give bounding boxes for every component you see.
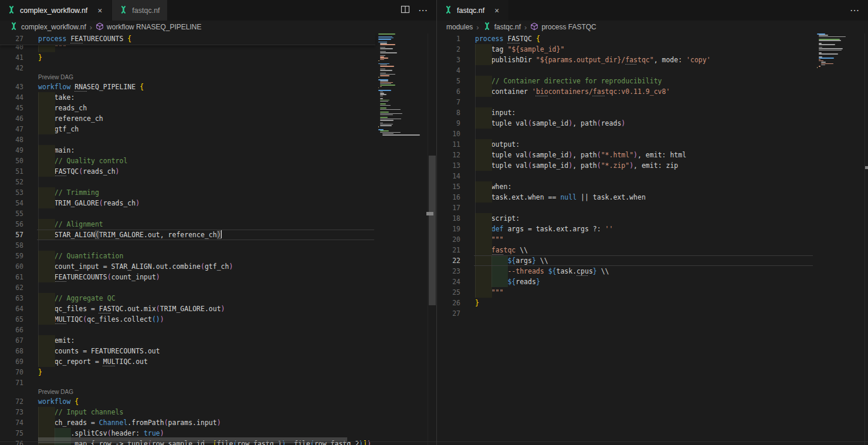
code-line[interactable]: 20 """ [437,234,814,245]
line-number: 17 [437,203,460,213]
code-line[interactable]: 46 reference_ch [0,113,375,124]
code-line[interactable]: 7 [437,97,814,107]
code-line[interactable]: 67 emit: [0,335,375,346]
code-line[interactable]: 50 // Quality control [0,156,375,166]
code-line[interactable]: 2 tag "${sample_id}" [437,44,814,55]
split-editor-icon[interactable] [401,5,410,16]
breadcrumb-item[interactable]: workflow RNASEQ_PIPELINE [107,23,201,31]
more-actions-icon[interactable]: ⋯ [418,5,428,16]
code-line[interactable]: 63 // Aggregate QC [0,293,375,304]
code-line[interactable]: 27 [437,308,814,319]
tab-complex_workflow.nf[interactable]: complex_workflow.nf✕ [0,0,112,21]
more-actions-icon[interactable]: ⋯ [850,5,860,16]
editor-right[interactable]: 1process FASTQC {2 tag "${sample_id}"3 p… [437,33,868,445]
code-line[interactable]: 71 [0,377,375,388]
codelens-preview-dag[interactable]: Preview DAG [0,388,375,396]
scrollbar-thumb[interactable] [429,156,436,305]
scrollbar-handle-notch[interactable] [865,166,868,169]
code-line[interactable]: 47 gtf_ch [0,124,375,134]
code-line[interactable]: 55 [0,208,375,219]
code-line[interactable]: 11 output: [437,139,814,150]
code-line[interactable]: 70} [0,367,375,377]
breadcrumb-item[interactable]: process FASTQC [541,23,596,31]
tab-close-icon[interactable]: ✕ [492,6,501,15]
code-line[interactable]: 21 fastqc \\ [437,245,814,255]
code-area-right[interactable]: 1process FASTQC {2 tag "${sample_id}"3 p… [437,33,814,319]
code-line[interactable]: 73 // Input channels [0,407,375,417]
code-line[interactable]: 54 TRIM_GALORE(reads_ch) [0,198,375,208]
code-line[interactable]: 1process FASTQC { [437,33,814,44]
code-line[interactable]: 17 [437,203,814,213]
code-line[interactable]: 62 [0,282,375,293]
code-line[interactable]: 27process FEATURECOUNTS { [0,33,375,44]
code-area-left[interactable]: 40 """41}42Preview DAG43workflow RNASEQ_… [0,33,375,445]
minimap-line [378,60,379,62]
code-line[interactable]: 65 MULTIQC(qc_files.collect()) [0,314,375,325]
minimap-line [380,51,385,52]
code-line[interactable]: 61 FEATURECOUNTS(count_input) [0,272,375,282]
line-number: 59 [0,251,23,261]
code-line[interactable]: 19 def args = task.ext.args ?: '' [437,224,814,234]
nextflow-icon [7,5,16,16]
code-line[interactable]: 4 [437,65,814,76]
tab-fastqc.nf[interactable]: fastqc.nf✕ [437,0,509,21]
vertical-scrollbar-left[interactable] [428,33,436,445]
sticky-scroll-header[interactable]: 27process FEATURECOUNTS { [0,33,375,45]
editor-left[interactable]: 40 """41}42Preview DAG43workflow RNASEQ_… [0,33,436,445]
line-number: 52 [0,177,23,187]
code-line[interactable]: 59 // Quantification [0,251,375,261]
scrollbar-handle-notch[interactable] [426,212,433,215]
minimap-line [378,33,395,35]
minimap-line [380,119,401,120]
code-line[interactable]: 3 publishDir "${params.output_dir}/fastq… [437,55,814,65]
code-line[interactable]: 58 [0,240,375,251]
breadcrumb-item[interactable]: complex_workflow.nf [21,23,86,31]
code-line[interactable]: 41} [0,52,375,63]
tab-close-icon[interactable]: ✕ [95,6,104,15]
code-line[interactable]: 53 // Trimming [0,187,375,198]
code-line[interactable]: 69 qc_report = MULTIQC.out [0,356,375,367]
tab-fastqc.nf[interactable]: fastqc.nf [112,0,167,21]
minimap-right[interactable] [817,33,856,70]
code-line[interactable]: 64 qc_files = FASTQC.out.mix(TRIM_GALORE… [0,304,375,314]
code-line[interactable]: 60 count_input = STAR_ALIGN.out.combine(… [0,261,375,272]
codelens-preview-dag[interactable]: Preview DAG [0,73,375,82]
code-line[interactable]: 10 [437,129,814,139]
code-line[interactable]: 56 // Alignment [0,219,375,230]
breadcrumb-item[interactable]: modules [446,23,473,31]
code-line[interactable]: 18 script: [437,213,814,224]
code-line[interactable]: 48 [0,134,375,145]
code-line[interactable]: 45 reads_ch [0,103,375,113]
code-line[interactable]: 72workflow { [0,396,375,407]
code-line[interactable]: 43workflow RNASEQ_PIPELINE { [0,82,375,92]
minimap-left[interactable] [378,33,428,136]
code-line[interactable]: 51 FASTQC(reads_ch) [0,166,375,177]
code-line[interactable]: 14 [437,171,814,181]
horizontal-scrollbar-thumb[interactable] [38,437,347,443]
code-line[interactable]: 49 main: [0,145,375,156]
indent-guide [38,282,39,293]
code-line[interactable]: 13 tuple val(sample_id), path("*.zip"), … [437,160,814,171]
code-line[interactable]: 57 STAR_ALIGN(TRIM_GALORE.out, reference… [0,230,375,240]
code-line[interactable]: 15 when: [437,181,814,192]
code-line[interactable]: 44 take: [0,92,375,103]
code-line[interactable]: 8 input: [437,107,814,118]
code-line[interactable]: 5 // Container directive for reproducibi… [437,76,814,86]
code-line[interactable]: 68 counts = FEATURECOUNTS.out [0,346,375,356]
code-line[interactable]: 12 tuple val(sample_id), path("*.html"),… [437,150,814,160]
code-line[interactable]: 6 container 'biocontainers/fastqc:v0.11.… [437,86,814,97]
code-line[interactable]: 22 ${args} \\ [437,255,814,266]
code-line[interactable]: 26} [437,298,814,308]
code-line[interactable]: 52 [0,177,375,187]
breadcrumb-item[interactable]: fastqc.nf [494,23,521,31]
code-line[interactable]: 24 ${reads} [437,277,814,287]
code-line[interactable]: 66 [0,325,375,335]
minimap-line [380,74,395,75]
code-line[interactable]: 16 task.ext.when == null || task.ext.whe… [437,192,814,203]
code-line[interactable]: 23 --threads ${task.cpus} \\ [437,266,814,277]
code-line[interactable]: 74 ch_reads = Channel.fromPath(params.in… [0,417,375,428]
code-line[interactable]: 42 [0,63,375,73]
code-line[interactable]: 9 tuple val(sample_id), path(reads) [437,118,814,129]
code-line[interactable]: 25 """ [437,287,814,298]
line-number: 27 [0,33,23,44]
